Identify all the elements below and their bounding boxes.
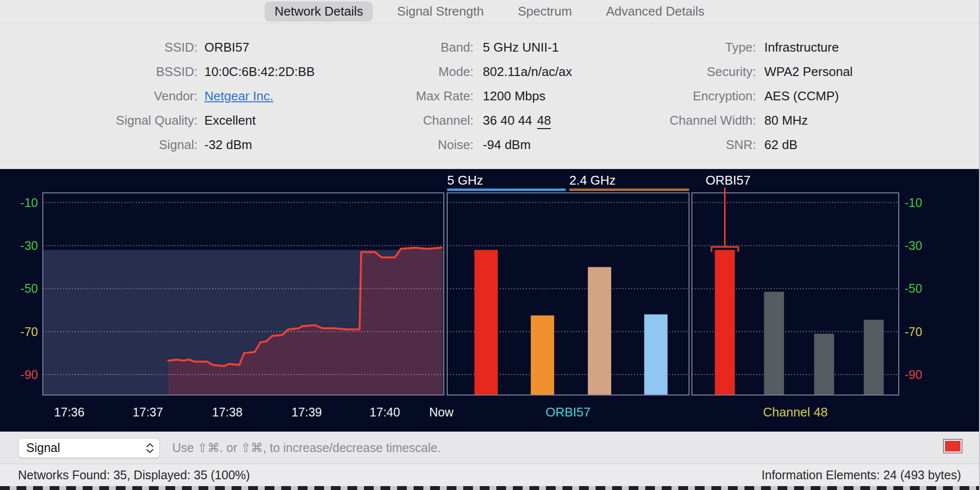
charts-panel: -10-30-50-70-9017:3617:3717:3817:3917:40… [0,169,980,432]
svg-text:5 GHz: 5 GHz [447,173,483,188]
vendor-label: Vendor: [0,89,204,104]
wifi-analyzer-window: Network Details Signal Strength Spectrum… [0,0,980,490]
channel-label: Channel: [321,113,483,128]
bssid-label: BSSID: [0,64,204,79]
signal-quality-value: Excellent [204,113,256,128]
ssid-value: ORBI57 [204,40,250,55]
snr-value: 62 dB [764,137,798,152]
view-tabs: Network Details Signal Strength Spectrum… [0,0,979,23]
noise-label: Noise: [321,137,483,152]
max-rate-value: 1200 Mbps [483,89,545,104]
svg-text:-90: -90 [905,368,922,381]
bssid-row: BSSID: 10:0C:6B:42:2D:BB [0,59,321,84]
max-rate-row: Max Rate: 1200 Mbps [321,84,598,108]
networks-found-status: Networks Found: 35, Displayed: 35 (100%) [18,468,250,482]
channel-value: 36 40 4448 [483,113,551,128]
band-value: 5 GHz UNII-1 [483,40,559,55]
signal-quality-row: Signal Quality: Excellent [0,108,321,132]
information-elements-status: Information Elements: 24 (493 bytes) [762,468,961,482]
bssid-value: 10:0C:6B:42:2D:BB [204,64,315,79]
details-column-2: Band: 5 GHz UNII-1 Mode: 802.11a/n/ac/ax… [321,35,598,169]
band-row: Band: 5 GHz UNII-1 [321,35,598,59]
color-swatch[interactable] [943,439,962,453]
channel-row: Channel: 36 40 4448 [321,108,598,132]
svg-text:17:40: 17:40 [370,405,400,419]
security-row: Security: WPA2 Personal [598,59,979,84]
ssid-row: SSID: ORBI57 [0,35,321,59]
network-details-panel: SSID: ORBI57 BSSID: 10:0C:6B:42:2D:BB Ve… [0,23,979,169]
security-value: WPA2 Personal [764,64,853,79]
svg-text:17:38: 17:38 [212,405,243,419]
tab-network-details[interactable]: Network Details [265,1,373,21]
type-row: Type: Infrastructure [598,35,979,59]
mode-label: Mode: [321,64,483,79]
svg-text:-50: -50 [905,282,922,295]
svg-text:Now: Now [429,405,454,419]
encryption-value: AES (CCMP) [764,89,839,104]
security-label: Security: [598,64,764,79]
svg-text:-70: -70 [905,325,922,339]
timescale-hint: Use ⇧⌘. or ⇧⌘, to increase/decrease time… [172,441,441,455]
svg-text:ORBI57: ORBI57 [706,173,751,188]
svg-text:Channel 48: Channel 48 [763,405,828,419]
band-label: Band: [321,40,483,55]
tab-advanced-details[interactable]: Advanced Details [596,1,714,21]
color-swatch-fill [945,441,961,452]
vendor-row: Vendor: Netgear Inc. [0,84,321,108]
ssid-label: SSID: [0,40,204,55]
bottom-edge-strip [0,486,979,490]
metric-select-value: Signal [26,441,60,455]
svg-text:-70: -70 [20,325,38,339]
details-column-3: Type: Infrastructure Security: WPA2 Pers… [598,35,979,169]
svg-text:-30: -30 [905,239,922,252]
svg-text:17:36: 17:36 [54,405,85,419]
svg-text:17:37: 17:37 [133,405,163,419]
svg-text:-10: -10 [905,196,922,209]
active-channel[interactable]: 48 [537,113,551,129]
channel-list: 36 40 44 [483,113,532,128]
type-label: Type: [598,40,764,55]
chart-toolbar: Signal Use ⇧⌘. or ⇧⌘, to increase/decrea… [0,432,979,464]
svg-text:-30: -30 [20,239,38,252]
snr-row: SNR: 62 dB [598,132,979,157]
max-rate-label: Max Rate: [321,89,483,104]
snr-label: SNR: [598,137,764,152]
encryption-label: Encryption: [598,89,764,104]
type-value: Infrastructure [764,40,839,55]
channel-width-value: 80 MHz [764,113,808,128]
tab-spectrum[interactable]: Spectrum [508,1,581,21]
status-bar: Networks Found: 35, Displayed: 35 (100%)… [0,464,979,486]
encryption-row: Encryption: AES (CCMP) [598,84,979,108]
svg-text:-50: -50 [20,282,38,295]
signal-value: -32 dBm [204,137,252,152]
svg-text:17:39: 17:39 [291,405,322,419]
channel-width-label: Channel Width: [598,113,764,128]
signal-label: Signal: [0,137,204,152]
details-column-1: SSID: ORBI57 BSSID: 10:0C:6B:42:2D:BB Ve… [0,35,321,169]
svg-text:ORBI57: ORBI57 [545,405,591,419]
metric-select[interactable]: Signal [18,438,160,458]
mode-row: Mode: 802.11a/n/ac/ax [321,59,598,84]
noise-value: -94 dBm [483,137,530,152]
noise-row: Noise: -94 dBm [321,132,598,157]
svg-text:-90: -90 [20,368,38,381]
channel-width-row: Channel Width: 80 MHz [598,108,979,132]
tab-signal-strength[interactable]: Signal Strength [387,1,493,21]
updown-chevrons-icon [145,442,155,454]
signal-quality-label: Signal Quality: [0,113,204,128]
svg-text:-10: -10 [20,196,38,209]
svg-text:2.4 GHz: 2.4 GHz [569,173,616,188]
vendor-link[interactable]: Netgear Inc. [204,89,273,104]
mode-value: 802.11a/n/ac/ax [483,64,572,79]
signal-charts-svg[interactable]: -10-30-50-70-9017:3617:3717:3817:3917:40… [0,169,980,432]
signal-row: Signal: -32 dBm [0,132,321,157]
